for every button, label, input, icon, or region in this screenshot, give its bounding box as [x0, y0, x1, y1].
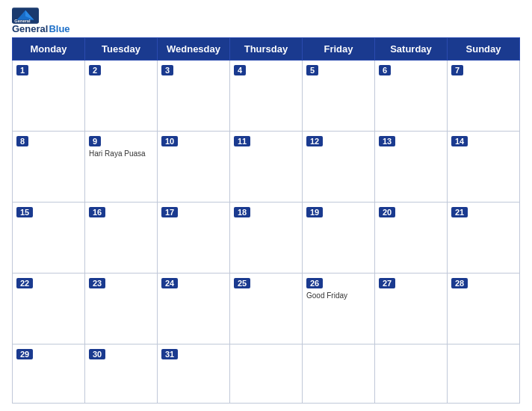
- calendar-day-cell: 3: [158, 61, 230, 132]
- calendar-header: General General Blue: [12, 7, 520, 34]
- weekday-header-saturday: Saturday: [375, 38, 448, 61]
- date-number: 25: [234, 278, 250, 288]
- calendar-day-cell: 20: [375, 203, 448, 274]
- holiday-label: Good Friday: [306, 291, 371, 300]
- date-number: 6: [379, 65, 391, 75]
- calendar-day-cell: 5: [303, 61, 375, 132]
- calendar-day-cell: [230, 344, 303, 403]
- calendar-day-cell: 17: [158, 203, 230, 274]
- calendar-week-row: 2223242526Good Friday2728: [13, 273, 520, 344]
- calendar-day-cell: [448, 344, 520, 403]
- date-number: 27: [379, 278, 395, 288]
- calendar-day-cell: 9Hari Raya Puasa: [85, 132, 158, 203]
- calendar-day-cell: 6: [375, 61, 448, 132]
- date-number: 29: [16, 349, 33, 359]
- calendar-week-row: 89Hari Raya Puasa1011121314: [13, 132, 520, 203]
- date-number: 13: [379, 136, 395, 146]
- weekday-header-tuesday: Tuesday: [85, 38, 158, 61]
- date-number: 11: [234, 136, 250, 146]
- date-number: 20: [379, 207, 395, 217]
- date-number: 1: [16, 65, 28, 75]
- calendar-day-cell: 2: [85, 61, 158, 132]
- calendar-week-row: 15161718192021: [13, 203, 520, 274]
- calendar-day-cell: 13: [375, 132, 448, 203]
- date-number: 9: [89, 136, 101, 146]
- calendar-week-row: 1234567: [13, 61, 520, 132]
- calendar-day-cell: 4: [230, 61, 303, 132]
- calendar-day-cell: 8: [13, 132, 85, 203]
- date-number: 24: [161, 278, 178, 288]
- calendar-day-cell: 24: [158, 273, 230, 344]
- calendar-day-cell: 23: [85, 273, 158, 344]
- calendar-day-cell: 14: [448, 132, 520, 203]
- calendar-day-cell: [303, 344, 375, 403]
- date-number: 16: [89, 207, 105, 217]
- date-number: 5: [306, 65, 318, 75]
- weekday-header-thursday: Thursday: [230, 38, 303, 61]
- calendar-day-cell: 21: [448, 203, 520, 274]
- calendar-day-cell: 30: [85, 344, 158, 403]
- weekday-header-friday: Friday: [303, 38, 375, 61]
- date-number: 4: [234, 65, 246, 75]
- calendar-day-cell: 12: [303, 132, 375, 203]
- calendar-day-cell: 28: [448, 273, 520, 344]
- calendar-day-cell: 22: [13, 273, 85, 344]
- calendar-day-cell: 29: [13, 344, 85, 403]
- date-number: 19: [306, 207, 323, 217]
- date-number: 18: [234, 207, 250, 217]
- calendar-day-cell: 16: [85, 203, 158, 274]
- calendar-day-cell: 31: [158, 344, 230, 403]
- date-number: 26: [306, 278, 323, 288]
- date-number: 8: [16, 136, 28, 146]
- date-number: 14: [451, 136, 468, 146]
- date-number: 31: [161, 349, 178, 359]
- weekday-header-wednesday: Wednesday: [158, 38, 230, 61]
- calendar-day-cell: 15: [13, 203, 85, 274]
- holiday-label: Hari Raya Puasa: [89, 149, 153, 158]
- logo-text-general: General: [12, 24, 48, 34]
- date-number: 17: [161, 207, 178, 217]
- date-number: 3: [161, 65, 173, 75]
- weekday-header-monday: Monday: [13, 38, 85, 61]
- date-number: 30: [89, 349, 105, 359]
- calendar-day-cell: 7: [448, 61, 520, 132]
- calendar-day-cell: 19: [303, 203, 375, 274]
- weekday-header-sunday: Sunday: [448, 38, 520, 61]
- date-number: 23: [89, 278, 105, 288]
- date-number: 7: [451, 65, 463, 75]
- date-number: 12: [306, 136, 323, 146]
- generalblue-logo-icon: General: [12, 7, 39, 24]
- calendar-day-cell: 18: [230, 203, 303, 274]
- calendar-day-cell: 11: [230, 132, 303, 203]
- calendar-day-cell: [375, 344, 448, 403]
- calendar-day-cell: 10: [158, 132, 230, 203]
- date-number: 28: [451, 278, 468, 288]
- date-number: 10: [161, 136, 178, 146]
- date-number: 21: [451, 207, 468, 217]
- calendar-day-cell: 25: [230, 273, 303, 344]
- date-number: 15: [16, 207, 33, 217]
- calendar-week-row: 293031: [13, 344, 520, 403]
- logo: General General Blue: [12, 7, 70, 34]
- calendar-table: MondayTuesdayWednesdayThursdayFridaySatu…: [12, 37, 520, 404]
- calendar-day-cell: 26Good Friday: [303, 273, 375, 344]
- calendar-day-cell: 27: [375, 273, 448, 344]
- calendar-day-cell: 1: [13, 61, 85, 132]
- date-number: 2: [89, 65, 101, 75]
- logo-text-blue: Blue: [49, 24, 69, 34]
- weekday-header-row: MondayTuesdayWednesdayThursdayFridaySatu…: [13, 38, 520, 61]
- date-number: 22: [16, 278, 33, 288]
